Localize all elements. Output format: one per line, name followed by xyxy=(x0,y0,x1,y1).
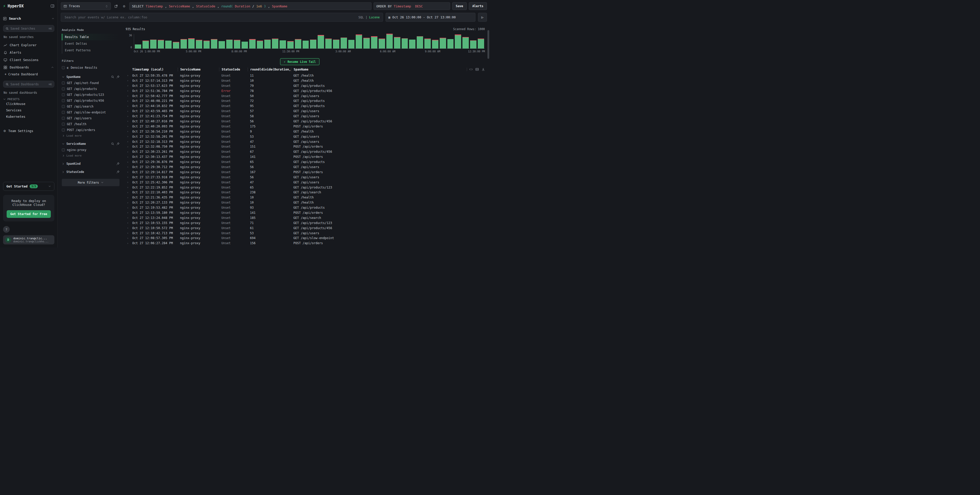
facet-value-checkbox[interactable]: GET /api/products/123 xyxy=(62,92,119,97)
histogram-bar[interactable] xyxy=(196,40,202,49)
expand-row-icon[interactable]: › xyxy=(126,150,132,153)
histogram-bar[interactable] xyxy=(425,38,431,49)
histogram-bar[interactable] xyxy=(226,40,232,49)
histogram-bar[interactable] xyxy=(379,38,385,49)
expand-row-icon[interactable]: › xyxy=(126,216,132,220)
histogram-bar[interactable] xyxy=(325,38,332,49)
table-row[interactable]: ›Oct 27 12:22:19.852 PMnginx-proxyUnset6… xyxy=(126,185,485,190)
histogram-bar[interactable] xyxy=(257,41,263,49)
table-row[interactable]: ›Oct 27 12:10:42.713 PMnginx-proxyUnset5… xyxy=(126,231,485,236)
expand-row-icon[interactable]: › xyxy=(126,237,132,240)
pin-icon[interactable] xyxy=(116,142,119,145)
get-started-free-button[interactable]: Get Started for Free xyxy=(6,210,51,218)
histogram-bar[interactable] xyxy=(402,38,408,49)
lucene-mode-option[interactable]: Lucene xyxy=(369,16,380,19)
pin-icon[interactable] xyxy=(116,170,119,173)
table-row[interactable]: ›Oct 27 12:08:57.305 PMnginx-proxyUnset6… xyxy=(126,236,485,241)
facet-value-checkbox[interactable]: GET /api/slow-endpoint xyxy=(62,109,119,115)
load-more-button[interactable]: Load more xyxy=(62,153,119,158)
expand-row-icon[interactable]: › xyxy=(126,196,132,199)
histogram-bar[interactable] xyxy=(219,41,225,49)
col-spanname[interactable]: SpanName xyxy=(291,68,485,71)
histogram-bar[interactable] xyxy=(386,34,393,49)
histogram-bar[interactable] xyxy=(447,39,454,49)
sidebar-item-chart-explorer[interactable]: Chart Explorer xyxy=(3,41,54,49)
histogram-bar[interactable] xyxy=(165,41,172,49)
histogram-bar[interactable] xyxy=(272,38,278,49)
more-filters-button[interactable]: More filters xyxy=(62,179,119,186)
sidebar-item-team-settings[interactable]: ⚙ Team Settings xyxy=(3,127,54,135)
analysis-mode-results-table[interactable]: Results Table xyxy=(62,34,119,40)
expand-row-icon[interactable]: › xyxy=(126,135,132,138)
table-view-icon[interactable] xyxy=(476,68,479,71)
table-row[interactable]: ›Oct 27 12:30:23.261 PMnginx-proxyUnset6… xyxy=(126,149,485,154)
expand-row-icon[interactable]: › xyxy=(126,201,132,204)
pin-icon[interactable] xyxy=(116,75,119,78)
table-row[interactable]: ›Oct 27 12:25:42.306 PMnginx-proxyUnset4… xyxy=(126,180,485,185)
source-select[interactable]: Traces xyxy=(61,2,111,10)
expand-row-icon[interactable]: › xyxy=(126,130,132,133)
expand-row-icon[interactable]: › xyxy=(126,161,132,164)
histogram-bar[interactable] xyxy=(363,38,370,49)
facet-value-checkbox[interactable]: nginx-proxy xyxy=(62,147,119,153)
table-row[interactable]: ›Oct 27 12:22:10.403 PMnginx-proxyUnset2… xyxy=(126,190,485,195)
preset-item-kubernetes[interactable]: Kubernetes xyxy=(3,113,54,120)
table-row[interactable]: ›Oct 27 12:57:14.313 PMnginx-proxyUnset1… xyxy=(126,78,485,83)
table-row[interactable]: ›Oct 27 12:43:59.465 PMnginx-proxyUnset5… xyxy=(126,108,485,114)
create-dashboard-button[interactable]: + Create Dashboard xyxy=(3,71,54,78)
table-row[interactable]: ›Oct 27 12:30:13.437 PMnginx-proxyUnset1… xyxy=(126,154,485,159)
facet-value-checkbox[interactable]: GET /api/users xyxy=(62,115,119,121)
table-row[interactable]: ›Oct 27 12:32:18.313 PMnginx-proxyUnset4… xyxy=(126,139,485,144)
table-row[interactable]: ›Oct 27 12:10:50.572 PMnginx-proxyUnset6… xyxy=(126,226,485,231)
date-range-picker[interactable]: ▦ Oct 26 13:00:00 - Oct 27 13:00:00 xyxy=(385,13,476,22)
table-row[interactable]: ›Oct 27 12:32:08.750 PMnginx-proxyUnset1… xyxy=(126,144,485,149)
expand-row-icon[interactable]: › xyxy=(126,105,132,108)
table-row[interactable]: ›Oct 27 12:29:30.712 PMnginx-proxyUnset5… xyxy=(126,164,485,170)
sidebar-item-client-sessions[interactable]: Client Sessions xyxy=(3,56,54,64)
facet-spankind[interactable]: SpanKind xyxy=(62,162,119,166)
histogram-bar[interactable] xyxy=(249,39,256,49)
expand-row-icon[interactable]: › xyxy=(126,181,132,184)
histogram-bar[interactable] xyxy=(242,41,248,49)
expand-row-icon[interactable]: › xyxy=(126,191,132,194)
query-settings-button[interactable]: ⚙ xyxy=(121,3,127,9)
expand-row-icon[interactable]: › xyxy=(126,89,132,92)
expand-row-icon[interactable]: › xyxy=(126,84,132,88)
sidebar-item-alerts[interactable]: Alerts xyxy=(3,49,54,56)
histogram-bar[interactable] xyxy=(432,40,438,49)
histogram-bar[interactable] xyxy=(173,42,179,49)
table-row[interactable]: ›Oct 27 12:20:27.133 PMnginx-proxyUnset1… xyxy=(126,200,485,205)
table-row[interactable]: ›Oct 27 12:40:20.093 PMnginx-proxyUnset1… xyxy=(126,124,485,129)
collapse-sidebar-icon[interactable] xyxy=(51,4,54,8)
histogram-bar[interactable] xyxy=(181,39,187,49)
histogram-bar[interactable] xyxy=(470,40,476,49)
table-row[interactable]: ›Oct 27 12:29:14.817 PMnginx-proxyUnset1… xyxy=(126,170,485,175)
expand-row-icon[interactable]: › xyxy=(126,79,132,82)
facet-search-icon[interactable] xyxy=(111,142,114,145)
saved-dashboards-input[interactable]: Saved Dashboards ⌘K xyxy=(3,81,54,88)
table-row[interactable]: ›Oct 27 12:40:27.016 PMnginx-proxyUnset5… xyxy=(126,119,485,124)
run-query-button[interactable]: ▷ xyxy=(478,13,487,22)
table-row[interactable]: ›Oct 27 12:13:59.180 PMnginx-proxyUnset1… xyxy=(126,210,485,215)
facet-statuscode[interactable]: StatusCode xyxy=(62,170,119,173)
denoise-results-checkbox[interactable]: ◐ Denoise Results xyxy=(62,65,119,70)
table-row[interactable]: ›Oct 27 12:46:08.221 PMnginx-proxyUnset7… xyxy=(126,98,485,103)
expand-row-icon[interactable]: › xyxy=(126,165,132,169)
sql-mode-option[interactable]: SQL xyxy=(358,16,364,19)
expand-row-icon[interactable]: › xyxy=(126,206,132,209)
expand-row-icon[interactable]: › xyxy=(126,186,132,189)
histogram-bar[interactable] xyxy=(188,38,194,49)
table-row[interactable]: ›Oct 27 12:50:42.777 PMnginx-proxyUnset5… xyxy=(126,94,485,99)
expand-row-icon[interactable]: › xyxy=(126,211,132,214)
expand-row-icon[interactable]: › xyxy=(126,94,132,97)
sidebar-item-dashboards[interactable]: Dashboards xyxy=(3,64,54,71)
user-menu[interactable]: D dominic.tran@clic... dominic.tran@clic… xyxy=(3,235,54,244)
analysis-mode-event-deltas[interactable]: Event Deltas xyxy=(62,40,119,47)
expand-row-icon[interactable]: › xyxy=(126,74,132,77)
preset-item-services[interactable]: Services xyxy=(3,107,54,113)
histogram-bar[interactable] xyxy=(340,38,347,49)
scrollbar[interactable] xyxy=(487,30,489,246)
get-started-dropdown[interactable]: Get Started 3/3 xyxy=(3,182,54,191)
expand-row-icon[interactable]: › xyxy=(126,119,132,123)
histogram-bar[interactable] xyxy=(310,40,317,49)
